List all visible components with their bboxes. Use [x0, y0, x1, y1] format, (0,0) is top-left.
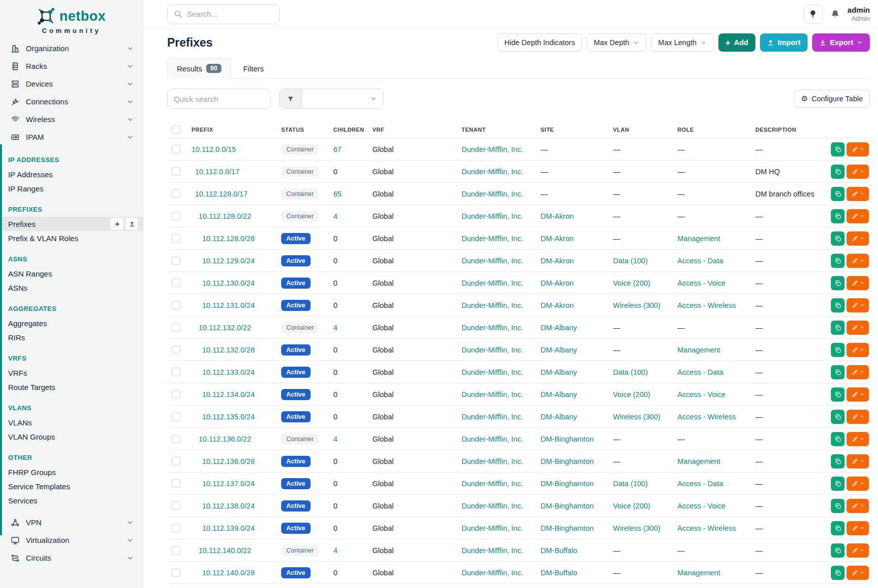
children-count-link[interactable]: 4: [333, 435, 337, 443]
role-link[interactable]: Management: [677, 569, 720, 577]
column-header-prefix[interactable]: PREFIX: [186, 127, 276, 133]
clone-button[interactable]: [831, 187, 845, 201]
row-checkbox[interactable]: [172, 345, 180, 354]
row-checkbox[interactable]: [172, 234, 180, 243]
saved-filter-select[interactable]: [279, 89, 384, 109]
edit-button[interactable]: [847, 231, 869, 246]
column-header-role[interactable]: ROLE: [672, 127, 750, 133]
edit-button[interactable]: [847, 477, 869, 491]
site-link[interactable]: DM-Akron: [541, 301, 574, 309]
sidebar-item-asn-ranges[interactable]: ASN Ranges: [0, 266, 143, 281]
row-checkbox[interactable]: [172, 390, 180, 399]
tenant-link[interactable]: Dunder-Mifflin, Inc.: [462, 502, 523, 510]
max-length-dropdown[interactable]: Max Length: [651, 33, 714, 52]
tenant-link[interactable]: Dunder-Mifflin, Inc.: [462, 569, 523, 577]
clone-button[interactable]: [831, 477, 845, 491]
column-header-vlan[interactable]: VLAN: [608, 127, 672, 133]
prefix-link[interactable]: 10.112.132.0/22: [199, 324, 251, 332]
tab-results[interactable]: Results 90: [167, 58, 231, 79]
tenant-link[interactable]: Dunder-Mifflin, Inc.: [462, 234, 523, 243]
prefix-link[interactable]: 10.112.128.0/17: [195, 190, 248, 198]
add-prefix-button[interactable]: [110, 217, 124, 230]
tenant-link[interactable]: Dunder-Mifflin, Inc.: [462, 212, 523, 220]
edit-button[interactable]: [847, 209, 869, 223]
row-checkbox[interactable]: [172, 323, 180, 332]
prefix-link[interactable]: 10.112.135.0/24: [202, 413, 255, 421]
role-link[interactable]: Access - Voice: [677, 502, 726, 510]
children-count-link[interactable]: 67: [333, 145, 341, 153]
prefix-link[interactable]: 10.112.136.0/28: [202, 457, 255, 465]
vlan-link[interactable]: Voice (200): [613, 502, 650, 510]
tenant-link[interactable]: Dunder-Mifflin, Inc.: [462, 346, 523, 354]
sidebar-item-racks[interactable]: Racks: [0, 57, 143, 75]
edit-button[interactable]: [847, 365, 869, 379]
sidebar-item-aggregates[interactable]: Aggregates: [0, 316, 143, 330]
sidebar-item-ipam[interactable]: IPAM: [0, 128, 143, 146]
clone-button[interactable]: [831, 432, 845, 446]
row-checkbox[interactable]: [172, 167, 180, 176]
clone-button[interactable]: [831, 343, 845, 357]
clone-button[interactable]: [831, 165, 845, 179]
clone-button[interactable]: [831, 209, 845, 223]
row-checkbox[interactable]: [172, 145, 180, 153]
role-link[interactable]: Access - Wireless: [677, 301, 736, 309]
prefix-link[interactable]: 10.112.140.0/22: [199, 546, 251, 555]
sidebar-item-route-targets[interactable]: Route Targets: [0, 380, 143, 394]
tenant-link[interactable]: Dunder-Mifflin, Inc.: [462, 145, 523, 153]
vlan-link[interactable]: Data (100): [613, 368, 648, 376]
row-checkbox[interactable]: [172, 435, 180, 443]
site-link[interactable]: DM-Albany: [541, 413, 577, 421]
role-link[interactable]: Access - Wireless: [677, 524, 736, 532]
vlan-link[interactable]: Wireless (300): [613, 413, 660, 421]
sidebar-item-ip-ranges[interactable]: IP Ranges: [0, 181, 143, 195]
sidebar-item-service-templates[interactable]: Service Templates: [0, 479, 143, 493]
role-link[interactable]: Management: [677, 346, 720, 354]
quick-search-input[interactable]: [167, 89, 271, 109]
children-count-link[interactable]: 4: [333, 212, 337, 220]
row-checkbox[interactable]: [172, 256, 180, 265]
edit-button[interactable]: [847, 276, 869, 290]
sidebar-item-vrfs[interactable]: VRFs: [0, 366, 143, 380]
sidebar-item-vlans[interactable]: VLANs: [0, 415, 143, 429]
tenant-link[interactable]: Dunder-Mifflin, Inc.: [462, 190, 523, 198]
tenant-link[interactable]: Dunder-Mifflin, Inc.: [462, 168, 523, 176]
clone-button[interactable]: [831, 521, 845, 535]
prefix-link[interactable]: 10.112.128.0/22: [199, 212, 251, 220]
site-link[interactable]: DM-Albany: [541, 324, 577, 332]
theme-toggle-button[interactable]: [804, 5, 823, 24]
import-button[interactable]: Import: [760, 33, 808, 52]
vlan-link[interactable]: Voice (200): [613, 279, 650, 287]
role-link[interactable]: Access - Wireless: [677, 413, 736, 421]
prefix-link[interactable]: 10.112.129.0/24: [202, 257, 255, 265]
clone-button[interactable]: [831, 566, 845, 580]
prefix-link[interactable]: 10.112.0.0/15: [192, 145, 236, 153]
tenant-link[interactable]: Dunder-Mifflin, Inc.: [462, 457, 523, 465]
row-checkbox[interactable]: [172, 479, 180, 488]
sidebar-item-devices[interactable]: Devices: [0, 75, 143, 93]
column-header-children[interactable]: CHILDREN: [328, 127, 367, 133]
row-checkbox[interactable]: [172, 412, 180, 421]
tenant-link[interactable]: Dunder-Mifflin, Inc.: [462, 368, 523, 376]
clone-button[interactable]: [831, 321, 845, 335]
sidebar-item-virtualization[interactable]: Virtualization: [0, 531, 143, 549]
vlan-link[interactable]: Data (100): [613, 480, 648, 488]
edit-button[interactable]: [847, 454, 869, 468]
edit-button[interactable]: [847, 566, 869, 580]
tenant-link[interactable]: Dunder-Mifflin, Inc.: [462, 324, 523, 332]
site-link[interactable]: DM-Albany: [541, 368, 577, 376]
row-checkbox[interactable]: [172, 501, 180, 510]
edit-button[interactable]: [847, 165, 869, 179]
site-link[interactable]: DM-Binghamton: [541, 457, 594, 465]
site-link[interactable]: DM-Akron: [541, 257, 574, 265]
role-link[interactable]: Access - Data: [677, 257, 723, 265]
prefix-link[interactable]: 10.112.138.0/24: [202, 502, 255, 510]
site-link[interactable]: DM-Binghamton: [541, 502, 594, 510]
clone-button[interactable]: [831, 298, 845, 312]
tenant-link[interactable]: Dunder-Mifflin, Inc.: [462, 390, 523, 399]
clone-button[interactable]: [831, 365, 845, 379]
children-count-link[interactable]: 4: [333, 546, 337, 555]
sidebar-item-prefix-vlan-roles[interactable]: Prefix & VLAN Roles: [0, 231, 143, 245]
vlan-link[interactable]: Wireless (300): [613, 524, 660, 532]
edit-button[interactable]: [847, 410, 869, 424]
sidebar-item-fhrp-groups[interactable]: FHRP Groups: [0, 465, 143, 479]
